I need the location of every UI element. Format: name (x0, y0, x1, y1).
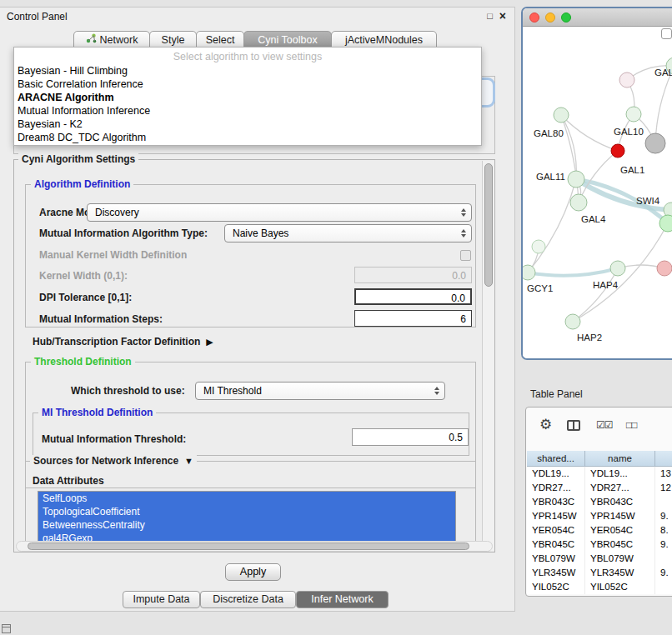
scrollbar-thumb[interactable] (28, 542, 469, 550)
network-canvas[interactable]: GAL80GALGAL10GAL1GAL11SWI4GAL4GCY1HAP4HA… (523, 27, 672, 358)
data-attribute-item[interactable]: TopologicalCoefficient (38, 505, 455, 518)
table-cell: YBR043C (585, 495, 655, 509)
mac-close-button[interactable] (529, 12, 539, 22)
mi-steps-field[interactable]: 6 (354, 310, 472, 327)
table-row[interactable]: YPR145WYPR145W9. (527, 509, 672, 523)
mi-algorithm-type-combo[interactable]: Naive Bayes (224, 224, 472, 242)
node-label: GAL11 (536, 172, 565, 182)
column-header-extra[interactable] (655, 451, 672, 467)
which-threshold-combo[interactable]: MI Threshold (195, 382, 445, 400)
network-edge[interactable] (561, 115, 576, 179)
network-node[interactable] (568, 171, 584, 188)
mi-threshold-field[interactable]: 0.5 (352, 428, 469, 446)
table-row[interactable]: YBR045CYBR045C9. (527, 538, 672, 552)
network-node[interactable] (523, 265, 535, 280)
select-all-icon[interactable]: ☑☑ (596, 419, 613, 431)
table-cell: YBR043C (527, 495, 585, 509)
manual-kernel-label: Manual Kernel Width Definition (39, 249, 187, 261)
tab-discretize-data[interactable]: Discretize Data (200, 591, 296, 608)
horizontal-scrollbar[interactable] (16, 541, 493, 552)
float-window-icon[interactable]: □ (487, 11, 493, 21)
combo-value: Discovery (95, 207, 139, 218)
network-node[interactable] (611, 144, 624, 158)
table-toolbar: ⚙ ☑☑ □□ (526, 414, 672, 438)
vertical-scrollbar[interactable] (482, 161, 494, 551)
dpi-tolerance-field[interactable]: 0.0 (354, 288, 472, 305)
data-attribute-item[interactable]: SelfLoops (38, 492, 455, 505)
mi-type-label: Mutual Information Algorithm Type: (39, 228, 208, 239)
algorithm-option[interactable]: Bayesian - Hill Climbing (14, 64, 481, 78)
combo-value: MI Threshold (203, 385, 262, 397)
column-layout-icon[interactable] (567, 420, 580, 431)
network-node[interactable] (626, 107, 641, 122)
network-node[interactable] (659, 215, 672, 232)
table-row[interactable]: YDL19...YDL19...13 (527, 467, 672, 481)
table-cell: YBL079W (527, 552, 585, 566)
network-edge[interactable] (528, 179, 576, 272)
control-panel-titlebar: Control Panel □ × (0, 8, 514, 26)
resize-grip-icon[interactable] (2, 624, 11, 633)
sources-toggle[interactable]: Sources for Network Inference ▼ (30, 455, 197, 467)
algorithm-option[interactable]: Basic Correlation Inference (14, 78, 481, 91)
algorithm-option[interactable]: Bayesian - K2 (14, 118, 481, 131)
mi-steps-label: Mutual Information Steps: (39, 313, 163, 325)
group-title: Algorithm Definition (31, 178, 133, 190)
table-panel: ⚙ ☑☑ □□ shared... name YDL19...YDL19...1… (525, 407, 672, 597)
network-window-titlebar (523, 8, 672, 27)
column-header-shared[interactable]: shared... (527, 451, 585, 467)
algorithm-option[interactable]: Mutual Information Inference (14, 104, 481, 118)
table-header: shared... name (527, 451, 672, 467)
hub-definition-toggle[interactable]: Hub/Transcription Factor Definition ▶ (33, 335, 213, 348)
network-node[interactable] (610, 261, 625, 276)
network-node[interactable] (645, 133, 665, 153)
expanded-arrow-icon: ▼ (184, 456, 193, 466)
table-cell: YDL19... (585, 467, 655, 481)
stepper-icon (461, 229, 466, 238)
apply-button[interactable]: Apply (225, 563, 281, 581)
table-row[interactable]: YER054CYER054C8. (527, 523, 672, 538)
table-cell: YER054C (527, 523, 585, 538)
table-cell: YDL19... (527, 467, 585, 481)
network-view-window: GAL80GALGAL10GAL1GAL11SWI4GAL4GCY1HAP4HA… (521, 7, 672, 360)
table-cell: YPR145W (527, 509, 585, 523)
tab-label: Discretize Data (213, 593, 283, 605)
node-label: GAL80 (534, 128, 564, 138)
algorithm-option[interactable]: Dream8 DC_TDC Algorithm (14, 131, 481, 144)
table-row[interactable]: YLR345WYLR345W9. (527, 566, 672, 580)
table-row[interactable]: YBR043CYBR043C (527, 495, 672, 509)
table-cell: 9. (655, 538, 672, 552)
birdseye-box[interactable] (661, 28, 672, 39)
mac-minimize-button[interactable] (545, 12, 555, 22)
algorithm-option[interactable]: ARACNE Algorithm (14, 91, 481, 104)
combo-value: Naive Bayes (233, 228, 288, 239)
tab-impute-data[interactable]: Impute Data (123, 591, 200, 608)
close-icon[interactable]: × (499, 9, 506, 22)
desktop: Control Panel □ × Network Style Select C… (0, 0, 672, 635)
network-node[interactable] (657, 261, 672, 276)
mac-zoom-button[interactable] (561, 12, 571, 22)
stepper-icon (434, 387, 439, 395)
algorithm-definition-group: Algorithm Definition Aracne Mode: Discov… (25, 184, 476, 328)
table-row[interactable]: YDR27...YDR27...12 (527, 481, 672, 495)
network-node[interactable] (570, 194, 587, 211)
network-node[interactable] (565, 314, 580, 329)
scrollbar-thumb[interactable] (484, 163, 493, 287)
node-label: SWI4 (636, 196, 660, 206)
table-cell: YBR045C (527, 538, 585, 552)
settings-gear-icon[interactable]: ⚙ (539, 416, 552, 433)
network-edge[interactable] (528, 268, 618, 276)
network-canvas-area: GAL80GALGAL10GAL1GAL11SWI4GAL4GCY1HAP4HA… (523, 27, 672, 359)
network-node[interactable] (554, 108, 569, 122)
dropdown-prompt: Select algorithm to view settings (14, 50, 481, 64)
deselect-all-icon[interactable]: □□ (626, 419, 637, 431)
table-row[interactable]: YIL052CYIL052C (527, 580, 672, 594)
network-node[interactable] (532, 240, 545, 253)
aracne-mode-combo[interactable]: Discovery (87, 203, 472, 222)
tab-infer-network[interactable]: Infer Network (296, 591, 389, 608)
table-row[interactable]: YBL079WYBL079W (527, 552, 672, 566)
stepper-icon (461, 208, 466, 217)
column-header-name[interactable]: name (585, 451, 655, 467)
network-node[interactable] (619, 72, 634, 88)
table-cell: YDR27... (585, 481, 655, 495)
data-attribute-item[interactable]: BetweennessCentrality (38, 518, 455, 532)
